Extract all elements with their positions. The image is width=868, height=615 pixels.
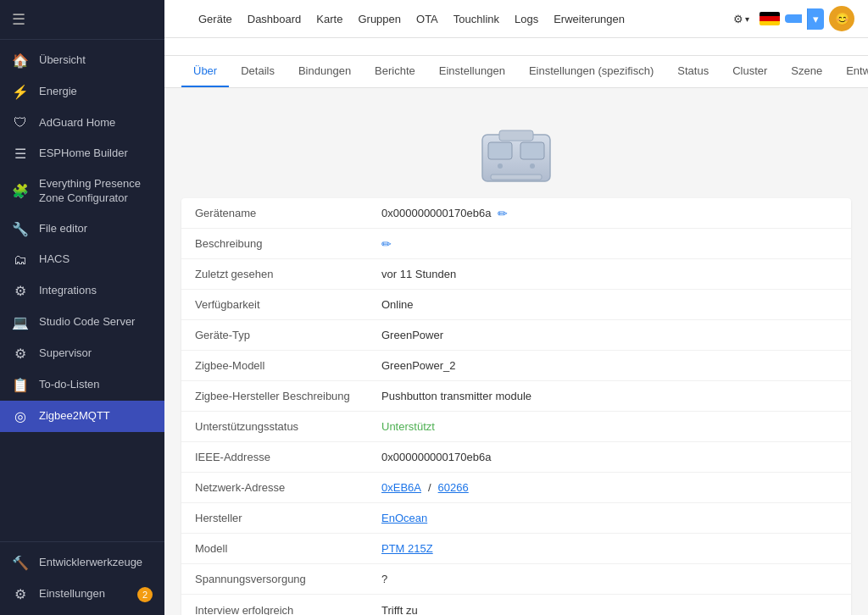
gear-dropdown-icon: ▾ bbox=[745, 14, 749, 24]
tab-details[interactable]: Details bbox=[229, 56, 287, 87]
sidebar-item-studiocode[interactable]: 💻 Studio Code Server bbox=[0, 307, 164, 338]
sidebar-item-fileeditor[interactable]: 🔧 File editor bbox=[0, 213, 164, 245]
sidebar-icon-esphome: ☰ bbox=[12, 146, 29, 162]
svg-rect-2 bbox=[488, 142, 512, 159]
sidebar-item-presence[interactable]: 🧩 Everything Presence Zone Configurator bbox=[0, 169, 164, 213]
sidebar-item-adguard[interactable]: 🛡 AdGuard Home bbox=[0, 108, 164, 138]
field-link2-9[interactable]: 60266 bbox=[438, 481, 469, 494]
sidebar-label-esphome: ESPHome Builder bbox=[39, 147, 128, 161]
sidebar-icon-fileeditor: 🔧 bbox=[12, 221, 29, 237]
avatar-icon: 😊 bbox=[835, 12, 849, 25]
sidebar-icon-studiocode: 💻 bbox=[12, 314, 29, 330]
sidebar-item-esphome[interactable]: ☰ ESPHome Builder bbox=[0, 138, 164, 169]
tab-uber[interactable]: Über bbox=[181, 56, 229, 87]
sidebar-item-supervisor[interactable]: ⚙ Supervisor bbox=[0, 338, 164, 369]
sidebar-label-presence: Everything Presence Zone Configurator bbox=[39, 177, 153, 206]
field-link1-9[interactable]: 0xEB6A bbox=[381, 481, 421, 494]
device-detail: Gerätename 0x000000000170eb6a ✏ Beschrei… bbox=[164, 88, 868, 615]
anlernen-button[interactable] bbox=[785, 14, 802, 23]
sidebar-label-adguard: AdGuard Home bbox=[39, 116, 115, 130]
sidebar-label-settings: Einstellungen bbox=[39, 587, 105, 601]
tab-bindungen[interactable]: Bindungen bbox=[287, 56, 363, 87]
tab-berichte[interactable]: Berichte bbox=[363, 56, 427, 87]
avatar-button[interactable]: 😊 bbox=[829, 6, 854, 31]
sidebar-icon-energy: ⚡ bbox=[12, 84, 29, 100]
topnav-actions: ⚙ ▾ ▾ 😊 bbox=[728, 6, 854, 31]
field-value-container-4: GreenPower bbox=[368, 322, 851, 348]
z2m-link[interactable] bbox=[178, 15, 188, 22]
sidebar-item-settings[interactable]: ⚙ Einstellungen 2 bbox=[0, 579, 164, 610]
field-value-container-3: Online bbox=[368, 291, 851, 318]
detail-row: Zigbee-Hersteller Beschreibung Pushbutto… bbox=[181, 381, 851, 412]
field-value-11[interactable]: PTM 215Z bbox=[381, 542, 433, 555]
detail-row: Netzwerk-Adresse 0xEB6A / 60266 bbox=[181, 473, 851, 503]
sidebar-icon-todo: 📋 bbox=[12, 377, 29, 393]
sidebar-item-energy[interactable]: ⚡ Energie bbox=[0, 76, 164, 108]
tab-entwickler[interactable]: Entwickler-Konsole bbox=[834, 56, 868, 87]
anlernen-dropdown[interactable]: ▾ bbox=[807, 8, 824, 30]
field-label-6: Zigbee-Hersteller Beschreibung bbox=[181, 383, 368, 409]
field-label-1: Beschreibung bbox=[181, 230, 368, 257]
sidebar-icon-overview: 🏠 bbox=[12, 53, 29, 69]
sidebar-label-integrations: Integrations bbox=[39, 284, 97, 298]
field-label-2: Zuletzt gesehen bbox=[181, 261, 368, 287]
field-value-container-12: ? bbox=[368, 566, 851, 592]
topnav-karte[interactable]: Karte bbox=[309, 9, 349, 29]
tabs-bar: ÜberDetailsBindungenBerichteEinstellunge… bbox=[164, 56, 868, 88]
svg-rect-6 bbox=[491, 175, 542, 180]
sidebar: ☰ 🏠 Übersicht ⚡ Energie 🛡 AdGuard Home ☰… bbox=[0, 0, 164, 615]
language-flag[interactable] bbox=[760, 12, 780, 25]
topnav-ota[interactable]: OTA bbox=[409, 9, 445, 29]
tab-status[interactable]: Status bbox=[665, 56, 721, 87]
field-value-10[interactable]: EnOcean bbox=[381, 512, 427, 524]
field-value-13: Trifft zu bbox=[381, 604, 418, 616]
field-value-12: ? bbox=[381, 573, 387, 585]
top-nav: GeräteDashboardKarteGruppenOTATouchlinkL… bbox=[164, 0, 868, 38]
field-label-4: Geräte-Typ bbox=[181, 322, 368, 348]
sidebar-label-fileeditor: File editor bbox=[39, 222, 87, 236]
field-label-5: Zigbee-Modell bbox=[181, 352, 368, 379]
tab-einstellungen[interactable]: Einstellungen bbox=[427, 56, 517, 87]
sidebar-label-devtools: Entwicklerwerkzeuge bbox=[39, 556, 142, 570]
detail-row: Verfügbarkeit Online bbox=[181, 290, 851, 320]
sidebar-item-hacs[interactable]: 🗂 HACS bbox=[0, 245, 164, 275]
topnav-geräte[interactable]: Geräte bbox=[192, 9, 239, 29]
sidebar-item-overview[interactable]: 🏠 Übersicht bbox=[0, 45, 164, 76]
field-value-8: 0x000000000170eb6a bbox=[381, 451, 491, 463]
menu-icon[interactable]: ☰ bbox=[12, 10, 25, 29]
edit-icon-0[interactable]: ✏ bbox=[498, 207, 508, 220]
sidebar-item-integrations[interactable]: ⚙ Integrations bbox=[0, 275, 164, 307]
topnav-dashboard[interactable]: Dashboard bbox=[241, 9, 309, 29]
sidebar-icon-supervisor: ⚙ bbox=[12, 346, 29, 362]
svg-point-4 bbox=[498, 163, 503, 169]
edit-icon-1[interactable]: ✏ bbox=[381, 237, 392, 251]
sidebar-nav: 🏠 Übersicht ⚡ Energie 🛡 AdGuard Home ☰ E… bbox=[0, 40, 164, 541]
topnav-touchlink[interactable]: Touchlink bbox=[447, 9, 506, 29]
field-value-container-10: EnOcean bbox=[368, 505, 851, 531]
sidebar-bottom: 🔨 Entwicklerwerkzeuge ⚙ Einstellungen 2 bbox=[0, 541, 164, 615]
tab-szene[interactable]: Szene bbox=[779, 56, 834, 87]
topnav-erweiterungen[interactable]: Erweiterungen bbox=[547, 9, 632, 29]
field-value-container-13: Trifft zu bbox=[368, 597, 851, 616]
detail-row: Spannungsversorgung ? bbox=[181, 564, 851, 595]
tab-cluster[interactable]: Cluster bbox=[721, 56, 779, 87]
sidebar-label-energy: Energie bbox=[39, 85, 77, 99]
topnav-logs[interactable]: Logs bbox=[508, 9, 545, 29]
sidebar-label-overview: Übersicht bbox=[39, 53, 86, 68]
field-value-container-7: Unterstützt bbox=[368, 413, 851, 440]
gear-button[interactable]: ⚙ ▾ bbox=[728, 9, 754, 29]
field-value-container-9: 0xEB6A / 60266 bbox=[368, 474, 851, 501]
field-value-4: GreenPower bbox=[381, 329, 443, 341]
field-value-container-8: 0x000000000170eb6a bbox=[368, 444, 851, 470]
field-value-container-5: GreenPower_2 bbox=[368, 352, 851, 379]
field-value-container-0: 0x000000000170eb6a ✏ bbox=[368, 200, 851, 227]
field-label-10: Hersteller bbox=[181, 505, 368, 531]
sidebar-item-todo[interactable]: 📋 To-do-Listen bbox=[0, 369, 164, 401]
topnav-gruppen[interactable]: Gruppen bbox=[351, 9, 408, 29]
sidebar-item-zigbee2mqtt[interactable]: ◎ Zigbee2MQTT bbox=[0, 401, 164, 432]
tab-einstellungen_spez[interactable]: Einstellungen (spezifisch) bbox=[517, 56, 665, 87]
sidebar-item-devtools[interactable]: 🔨 Entwicklerwerkzeuge bbox=[0, 547, 164, 579]
detail-row: Modell PTM 215Z bbox=[181, 534, 851, 564]
sidebar-icon-zigbee2mqtt: ◎ bbox=[12, 408, 29, 424]
sidebar-label-supervisor: Supervisor bbox=[39, 346, 92, 361]
